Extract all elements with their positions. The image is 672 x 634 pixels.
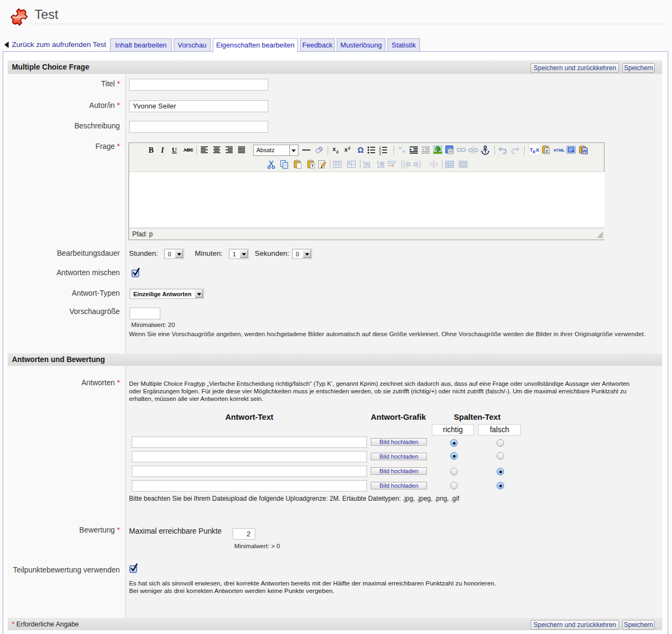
svg-text:B: B [148, 146, 153, 154]
svg-text:I: I [160, 146, 164, 154]
svg-text:W: W [582, 148, 587, 154]
svg-text:Σ: Σ [546, 149, 548, 154]
svg-text:Ω: Ω [357, 146, 363, 154]
svg-text:T: T [311, 163, 314, 168]
svg-text:HTML: HTML [554, 148, 565, 153]
svg-text:U: U [172, 146, 177, 154]
svg-text:3: 3 [379, 152, 381, 155]
svg-text:2: 2 [348, 146, 351, 151]
svg-text:2: 2 [336, 149, 339, 154]
svg-text:“„: “„ [399, 145, 406, 153]
